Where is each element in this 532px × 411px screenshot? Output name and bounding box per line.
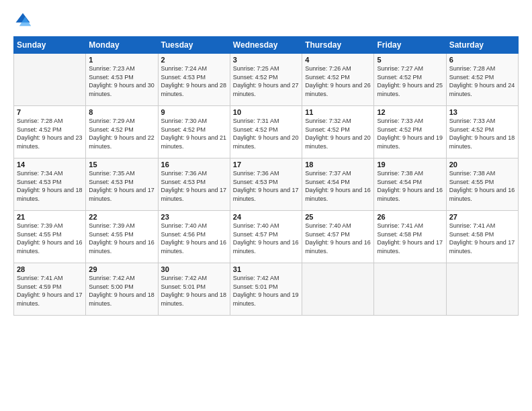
day-info: Sunrise: 7:41 AMSunset: 4:59 PMDaylight:… <box>17 274 83 308</box>
day-number: 26 <box>377 213 443 221</box>
day-number: 15 <box>89 161 154 169</box>
day-number: 22 <box>89 213 154 221</box>
day-number: 5 <box>377 56 443 64</box>
day-number: 3 <box>233 56 299 64</box>
day-info: Sunrise: 7:38 AMSunset: 4:55 PMDaylight:… <box>449 169 515 203</box>
day-cell: 11Sunrise: 7:32 AMSunset: 4:52 PMDayligh… <box>302 106 374 158</box>
week-row-4: 21Sunrise: 7:39 AMSunset: 4:55 PMDayligh… <box>14 211 519 263</box>
day-cell: 19Sunrise: 7:38 AMSunset: 4:54 PMDayligh… <box>374 158 446 211</box>
day-number: 29 <box>89 265 154 273</box>
day-cell: 4Sunrise: 7:26 AMSunset: 4:52 PMDaylight… <box>302 54 374 106</box>
day-number: 21 <box>17 213 83 221</box>
day-number: 24 <box>233 213 299 221</box>
day-cell: 9Sunrise: 7:30 AMSunset: 4:52 PMDaylight… <box>158 106 230 158</box>
day-number: 28 <box>17 265 83 273</box>
day-number: 23 <box>161 213 227 221</box>
weekday-header-thursday: Thursday <box>302 37 374 54</box>
day-number: 9 <box>161 108 227 116</box>
day-info: Sunrise: 7:32 AMSunset: 4:52 PMDaylight:… <box>305 117 371 150</box>
day-info: Sunrise: 7:23 AMSunset: 4:53 PMDaylight:… <box>89 64 154 98</box>
week-row-3: 14Sunrise: 7:34 AMSunset: 4:53 PMDayligh… <box>14 158 519 211</box>
day-cell: 29Sunrise: 7:42 AMSunset: 5:00 PMDayligh… <box>86 263 158 316</box>
weekday-header-saturday: Saturday <box>446 37 518 54</box>
day-cell: 27Sunrise: 7:41 AMSunset: 4:58 PMDayligh… <box>446 211 518 263</box>
week-row-1: 1Sunrise: 7:23 AMSunset: 4:53 PMDaylight… <box>14 54 519 106</box>
day-info: Sunrise: 7:36 AMSunset: 4:53 PMDaylight:… <box>161 169 227 203</box>
day-number: 25 <box>305 213 371 221</box>
day-cell: 16Sunrise: 7:36 AMSunset: 4:53 PMDayligh… <box>158 158 230 211</box>
day-cell: 15Sunrise: 7:35 AMSunset: 4:53 PMDayligh… <box>86 158 158 211</box>
weekday-header-tuesday: Tuesday <box>158 37 230 54</box>
day-number: 4 <box>305 56 371 64</box>
calendar-table: SundayMondayTuesdayWednesdayThursdayFrid… <box>13 36 519 316</box>
day-cell: 25Sunrise: 7:40 AMSunset: 4:57 PMDayligh… <box>302 211 374 263</box>
header-section <box>13 11 519 30</box>
day-number: 19 <box>377 161 443 169</box>
day-cell: 1Sunrise: 7:23 AMSunset: 4:53 PMDaylight… <box>86 54 158 106</box>
day-info: Sunrise: 7:34 AMSunset: 4:53 PMDaylight:… <box>17 169 83 203</box>
day-number: 12 <box>377 108 443 116</box>
day-cell: 18Sunrise: 7:37 AMSunset: 4:54 PMDayligh… <box>302 158 374 211</box>
week-row-5: 28Sunrise: 7:41 AMSunset: 4:59 PMDayligh… <box>14 263 519 316</box>
day-cell: 6Sunrise: 7:28 AMSunset: 4:52 PMDaylight… <box>446 54 518 106</box>
day-number: 16 <box>161 161 227 169</box>
day-number: 20 <box>449 161 515 169</box>
day-info: Sunrise: 7:40 AMSunset: 4:56 PMDaylight:… <box>161 222 227 255</box>
day-info: Sunrise: 7:25 AMSunset: 4:52 PMDaylight:… <box>233 64 299 98</box>
day-info: Sunrise: 7:24 AMSunset: 4:53 PMDaylight:… <box>161 64 227 98</box>
day-cell: 10Sunrise: 7:31 AMSunset: 4:52 PMDayligh… <box>230 106 302 158</box>
day-info: Sunrise: 7:42 AMSunset: 5:01 PMDaylight:… <box>161 274 227 308</box>
main-container: SundayMondayTuesdayWednesdayThursdayFrid… <box>0 0 532 411</box>
day-number: 2 <box>161 56 227 64</box>
day-cell: 7Sunrise: 7:28 AMSunset: 4:52 PMDaylight… <box>14 106 86 158</box>
day-info: Sunrise: 7:38 AMSunset: 4:54 PMDaylight:… <box>377 169 443 203</box>
day-cell: 8Sunrise: 7:29 AMSunset: 4:52 PMDaylight… <box>86 106 158 158</box>
day-info: Sunrise: 7:26 AMSunset: 4:52 PMDaylight:… <box>305 64 371 98</box>
day-cell: 20Sunrise: 7:38 AMSunset: 4:55 PMDayligh… <box>446 158 518 211</box>
day-number: 14 <box>17 161 83 169</box>
day-cell: 28Sunrise: 7:41 AMSunset: 4:59 PMDayligh… <box>14 263 86 316</box>
day-info: Sunrise: 7:36 AMSunset: 4:53 PMDaylight:… <box>233 169 299 203</box>
day-cell <box>374 263 446 316</box>
day-number: 13 <box>449 108 515 116</box>
day-cell: 30Sunrise: 7:42 AMSunset: 5:01 PMDayligh… <box>158 263 230 316</box>
day-number: 8 <box>89 108 154 116</box>
day-info: Sunrise: 7:39 AMSunset: 4:55 PMDaylight:… <box>17 222 83 255</box>
day-info: Sunrise: 7:42 AMSunset: 5:01 PMDaylight:… <box>233 274 299 308</box>
logo <box>13 11 35 30</box>
day-info: Sunrise: 7:29 AMSunset: 4:52 PMDaylight:… <box>89 117 154 150</box>
day-number: 6 <box>449 56 515 64</box>
day-cell: 23Sunrise: 7:40 AMSunset: 4:56 PMDayligh… <box>158 211 230 263</box>
day-cell: 31Sunrise: 7:42 AMSunset: 5:01 PMDayligh… <box>230 263 302 316</box>
weekday-header-row: SundayMondayTuesdayWednesdayThursdayFrid… <box>14 37 519 54</box>
day-cell: 21Sunrise: 7:39 AMSunset: 4:55 PMDayligh… <box>14 211 86 263</box>
day-cell <box>14 54 86 106</box>
day-cell: 12Sunrise: 7:33 AMSunset: 4:52 PMDayligh… <box>374 106 446 158</box>
day-cell: 13Sunrise: 7:33 AMSunset: 4:52 PMDayligh… <box>446 106 518 158</box>
day-number: 7 <box>17 108 83 116</box>
day-number: 10 <box>233 108 299 116</box>
day-cell: 26Sunrise: 7:41 AMSunset: 4:58 PMDayligh… <box>374 211 446 263</box>
day-number: 1 <box>89 56 154 64</box>
day-cell: 3Sunrise: 7:25 AMSunset: 4:52 PMDaylight… <box>230 54 302 106</box>
day-cell: 14Sunrise: 7:34 AMSunset: 4:53 PMDayligh… <box>14 158 86 211</box>
day-cell: 17Sunrise: 7:36 AMSunset: 4:53 PMDayligh… <box>230 158 302 211</box>
weekday-header-sunday: Sunday <box>14 37 86 54</box>
day-info: Sunrise: 7:41 AMSunset: 4:58 PMDaylight:… <box>449 222 515 255</box>
logo-icon <box>13 11 32 30</box>
day-number: 11 <box>305 108 371 116</box>
weekday-header-wednesday: Wednesday <box>230 37 302 54</box>
day-cell: 5Sunrise: 7:27 AMSunset: 4:52 PMDaylight… <box>374 54 446 106</box>
day-number: 31 <box>233 265 299 273</box>
day-info: Sunrise: 7:31 AMSunset: 4:52 PMDaylight:… <box>233 117 299 150</box>
day-info: Sunrise: 7:28 AMSunset: 4:52 PMDaylight:… <box>17 117 83 150</box>
day-cell <box>302 263 374 316</box>
day-info: Sunrise: 7:30 AMSunset: 4:52 PMDaylight:… <box>161 117 227 150</box>
weekday-header-friday: Friday <box>374 37 446 54</box>
day-info: Sunrise: 7:27 AMSunset: 4:52 PMDaylight:… <box>377 64 443 98</box>
day-info: Sunrise: 7:33 AMSunset: 4:52 PMDaylight:… <box>449 117 515 150</box>
day-info: Sunrise: 7:40 AMSunset: 4:57 PMDaylight:… <box>233 222 299 255</box>
day-cell: 22Sunrise: 7:39 AMSunset: 4:55 PMDayligh… <box>86 211 158 263</box>
day-info: Sunrise: 7:40 AMSunset: 4:57 PMDaylight:… <box>305 222 371 255</box>
day-info: Sunrise: 7:33 AMSunset: 4:52 PMDaylight:… <box>377 117 443 150</box>
